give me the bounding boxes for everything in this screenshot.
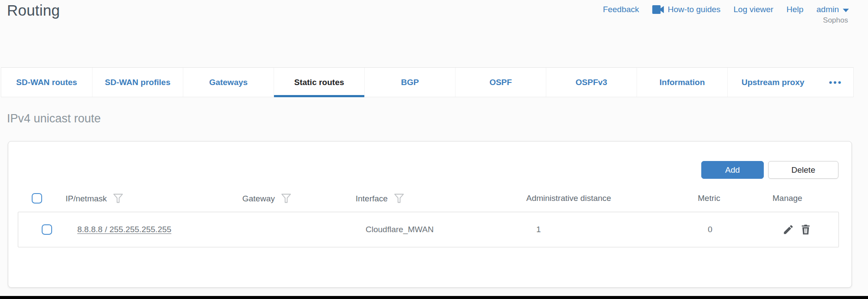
route-interface-value: Cloudflare_MWAN xyxy=(366,225,434,234)
row-checkbox[interactable] xyxy=(42,224,52,235)
routing-tabs: SD-WAN routes SD-WAN profiles Gateways S… xyxy=(1,67,854,97)
help-label: Help xyxy=(786,5,803,14)
help-link[interactable]: Help xyxy=(786,5,803,14)
column-header-gateway: Gateway xyxy=(242,194,291,204)
route-admin-distance-value: 1 xyxy=(536,225,541,234)
more-tabs-icon[interactable]: ••• xyxy=(818,68,853,97)
page-title: Routing xyxy=(7,2,60,19)
howto-guides-link[interactable]: How-to guides xyxy=(652,5,720,14)
table-header-row: IP/netmask Gateway Interface Administrat… xyxy=(8,185,851,212)
tab-gateways[interactable]: Gateways xyxy=(183,68,274,97)
column-label-metric: Metric xyxy=(698,194,720,203)
delete-button[interactable]: Delete xyxy=(768,161,838,179)
route-ip-netmask-link[interactable]: 8.8.8.8 / 255.255.255.255 xyxy=(77,225,172,234)
section-heading: IPv4 unicast route xyxy=(7,112,101,125)
tab-ospf[interactable]: OSPF xyxy=(455,68,546,97)
brand-label: Sophos xyxy=(823,16,848,25)
feedback-link[interactable]: Feedback xyxy=(603,5,639,14)
feedback-label: Feedback xyxy=(603,5,639,14)
log-viewer-link[interactable]: Log viewer xyxy=(733,5,773,14)
column-label-manage: Manage xyxy=(772,194,802,203)
column-label-interface: Interface xyxy=(356,194,388,203)
caret-down-icon xyxy=(843,9,849,12)
column-label-ip: IP/netmask xyxy=(66,194,107,203)
static-routes-panel: Add Delete IP/netmask Gateway Interface … xyxy=(8,141,852,288)
column-header-manage: Manage xyxy=(772,194,802,203)
column-header-ip-netmask: IP/netmask xyxy=(66,194,123,204)
column-header-interface: Interface xyxy=(356,194,404,204)
video-camera-icon xyxy=(652,5,664,14)
tab-information[interactable]: Information xyxy=(637,68,727,97)
route-metric-value: 0 xyxy=(708,225,713,234)
window-bottom-edge xyxy=(0,296,868,299)
column-header-admin-distance: Administrative distance xyxy=(526,194,611,203)
tab-ospfv3[interactable]: OSPFv3 xyxy=(546,68,637,97)
column-label-gateway: Gateway xyxy=(242,194,275,203)
column-label-admin-distance: Administrative distance xyxy=(526,194,611,203)
filter-icon[interactable] xyxy=(394,194,404,204)
route-manage-cell xyxy=(782,224,812,236)
user-name: admin xyxy=(816,5,839,14)
tab-static-routes[interactable]: Static routes xyxy=(274,68,364,97)
user-menu[interactable]: admin xyxy=(816,5,849,14)
edit-pencil-icon[interactable] xyxy=(782,224,794,236)
tab-sdwan-routes[interactable]: SD-WAN routes xyxy=(1,68,92,97)
filter-icon[interactable] xyxy=(281,194,291,204)
delete-trash-icon[interactable] xyxy=(800,224,812,236)
filter-icon[interactable] xyxy=(113,194,123,204)
column-header-metric: Metric xyxy=(698,194,720,203)
top-navigation: Feedback How-to guides Log viewer Help a… xyxy=(603,5,849,14)
add-button[interactable]: Add xyxy=(701,161,764,179)
log-viewer-label: Log viewer xyxy=(733,5,773,14)
howto-guides-label: How-to guides xyxy=(668,5,720,14)
tab-upstream-proxy[interactable]: Upstream proxy xyxy=(727,68,818,97)
tab-sdwan-profiles[interactable]: SD-WAN profiles xyxy=(92,68,183,97)
table-row: 8.8.8.8 / 255.255.255.255 Cloudflare_MWA… xyxy=(18,212,839,247)
tab-bgp[interactable]: BGP xyxy=(364,68,455,97)
select-all-checkbox[interactable] xyxy=(32,193,42,204)
